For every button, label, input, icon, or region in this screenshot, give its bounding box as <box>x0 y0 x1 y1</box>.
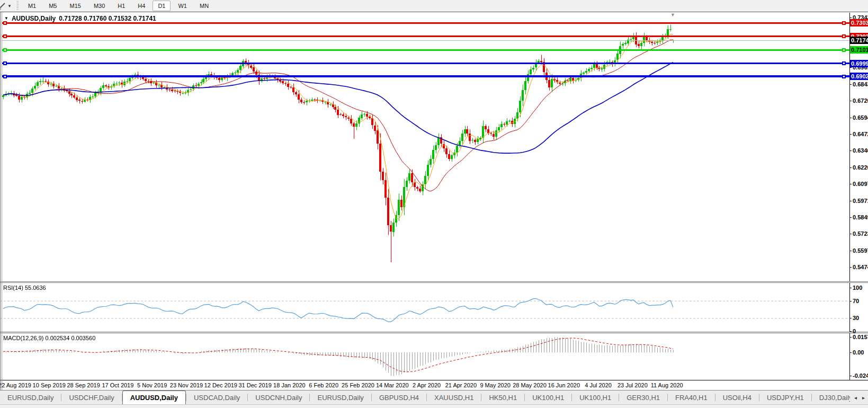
date-axis-label: 9 May 2020 <box>480 382 510 388</box>
rsi-level-label: 0 <box>853 328 856 334</box>
date-axis-label: 2 Apr 2020 <box>413 382 441 388</box>
price-tick <box>849 150 852 151</box>
chart-tab-xauusd-h1[interactable]: XAUUSD,H1 <box>427 391 481 404</box>
level-price-badge: 0.73033 <box>850 19 868 26</box>
chart-tab-bar: EURUSD,DailyUSDCHF,DailyAUDUSD,DailyUSDC… <box>0 390 868 404</box>
macd-chart[interactable] <box>0 333 847 380</box>
level-handle[interactable] <box>3 34 7 38</box>
rsi-level-label: 70 <box>853 298 859 304</box>
level-handle[interactable] <box>842 34 846 38</box>
price-tick-label: 0.59715 <box>853 198 868 204</box>
main-chart-panel: ▼ AUDUSD,Daily 0.71728 0.71760 0.71532 0… <box>0 13 868 281</box>
date-axis-label: 21 Apr 2020 <box>445 382 477 388</box>
price-tick-label: 0.60975 <box>853 181 868 187</box>
current-price-badge: 0.71741 <box>850 37 868 44</box>
level-price-badge: 0.71010 <box>850 46 868 54</box>
level-handle[interactable] <box>3 61 7 65</box>
date-axis-label: 28 Sep 2019 <box>67 382 100 388</box>
chart-tab-gbpusd-h4[interactable]: GBPUSD,H4 <box>372 391 426 404</box>
status-strip <box>0 404 868 408</box>
price-tick <box>849 17 852 18</box>
level-price-badge: 0.69999 <box>850 60 868 67</box>
chart-symbol: AUDUSD,Daily <box>12 15 56 22</box>
window-frame <box>0 12 1 390</box>
collapse-triangle-icon[interactable]: ▼ <box>4 16 8 21</box>
macd-axis-label: 0.015741 <box>853 334 868 340</box>
chart-tab-ger30-h1[interactable]: GER30,H1 <box>619 391 667 404</box>
current-price-line <box>2 40 849 41</box>
price-tick <box>849 217 852 218</box>
date-axis-label: 22 Aug 2019 <box>0 382 31 388</box>
horizontal-level-line-0.71010[interactable] <box>2 49 849 51</box>
date-axis-label: 6 Feb 2020 <box>309 382 338 388</box>
rsi-axis-line <box>849 283 850 332</box>
level-handle[interactable] <box>842 21 846 25</box>
level-handle[interactable] <box>842 61 846 65</box>
chart-tab-eurusd-daily[interactable]: EURUSD,Daily <box>0 391 61 404</box>
line-style-icon[interactable] <box>0 2 6 10</box>
rsi-level-label: 30 <box>853 315 859 321</box>
tab-scroll-left-icon[interactable]: ◂ <box>854 395 857 401</box>
date-axis-label: 11 Aug 2020 <box>651 382 683 388</box>
rsi-level-label: 100 <box>853 285 862 291</box>
rsi-tick <box>849 331 852 332</box>
timeframe-button-m30[interactable]: M30 <box>88 1 110 11</box>
macd-label: MACD(12,26,9) 0.002534 0.003560 <box>3 335 95 341</box>
date-axis-label: 5 Nov 2019 <box>137 382 167 388</box>
price-tick-label: 0.55970 <box>853 247 868 254</box>
chart-tab-uk100-h1[interactable]: UK100,H1 <box>525 391 571 404</box>
candlestick-chart[interactable] <box>0 13 847 281</box>
date-axis-label: 28 May 2020 <box>513 382 547 388</box>
chart-tab-usdcnh-daily[interactable]: USDCNH,Daily <box>248 391 309 404</box>
date-axis-label: 17 Oct 2019 <box>102 382 133 388</box>
rsi-label: RSI(14) 55.0636 <box>3 285 46 291</box>
timeframe-button-h4[interactable]: H4 <box>132 1 150 11</box>
mt4-terminal: ▼ M1M5M15M30H1H4D1W1MN ▼ AUDUSD,Daily 0.… <box>0 0 868 408</box>
horizontal-level-line-0.69025[interactable] <box>2 75 849 77</box>
tab-scroll-right-icon[interactable]: ▸ <box>862 395 865 401</box>
price-tick <box>849 84 852 85</box>
chart-tab-audusd-daily[interactable]: AUDUSD,Daily <box>122 391 186 404</box>
date-axis-label: 23 Nov 2019 <box>170 382 203 388</box>
date-axis-label: 12 Dec 2019 <box>204 382 237 388</box>
price-tick-label: 0.54745 <box>853 264 868 270</box>
horizontal-level-line-0.72022[interactable] <box>2 36 849 37</box>
timeframe-button-m5[interactable]: M5 <box>43 1 62 11</box>
date-axis-label: 18 Jan 2020 <box>273 382 306 388</box>
window-frame-inner <box>2 12 2 390</box>
chart-tab-usdjpy-h1[interactable]: USDJPY,H1 <box>759 391 811 404</box>
level-handle[interactable] <box>842 48 846 52</box>
price-tick-label: 0.57230 <box>853 230 868 237</box>
macd-axis-label: 0.00 <box>853 349 864 356</box>
timeframe-button-mn[interactable]: MN <box>194 1 214 11</box>
chart-tab-hk50-h1[interactable]: HK50,H1 <box>481 391 524 404</box>
price-tick <box>849 184 852 184</box>
rsi-tick <box>849 318 852 318</box>
timeframe-button-m15[interactable]: M15 <box>64 1 86 11</box>
chevron-down-icon[interactable]: ▼ <box>7 4 12 8</box>
timeframe-button-h1[interactable]: H1 <box>112 1 130 11</box>
macd-axis-label: -0.024412 <box>853 372 868 379</box>
chart-tab-eurusd-daily[interactable]: EURUSD,Daily <box>310 391 371 404</box>
horizontal-level-line-0.69999[interactable] <box>2 63 849 64</box>
timeframe-button-w1[interactable]: W1 <box>173 1 192 11</box>
chart-tab-usoil-h4[interactable]: USOil,H4 <box>715 391 759 404</box>
rsi-chart[interactable] <box>0 283 847 332</box>
price-tick <box>849 201 852 201</box>
timeframe-button-m1[interactable]: M1 <box>23 1 41 11</box>
level-handle[interactable] <box>3 75 7 78</box>
toolbar-grip[interactable] <box>16 1 19 11</box>
rsi-tick <box>849 301 852 301</box>
chart-tab-usdcad-daily[interactable]: USDCAD,Daily <box>186 391 247 404</box>
chart-tab-uk100-h1[interactable]: UK100,H1 <box>572 391 619 404</box>
scroll-to-end-icon[interactable]: ▼ <box>670 12 675 17</box>
chart-tab-fra40-h1[interactable]: FRA40,H1 <box>668 391 715 404</box>
date-axis-label: 25 Feb 2020 <box>342 382 374 388</box>
price-tick <box>849 251 852 251</box>
horizontal-level-line-0.73033[interactable] <box>2 22 849 24</box>
level-handle[interactable] <box>842 75 846 78</box>
level-handle[interactable] <box>3 48 7 52</box>
chart-tab-usdchf-daily[interactable]: USDCHF,Daily <box>61 391 121 404</box>
date-axis-label: 14 Mar 2020 <box>376 382 409 388</box>
timeframe-button-d1[interactable]: D1 <box>153 1 171 11</box>
